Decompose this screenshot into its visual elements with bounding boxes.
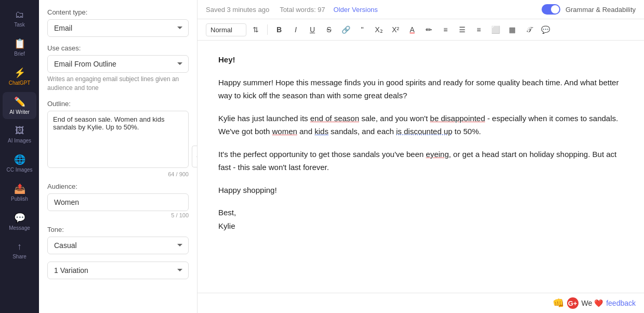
nav-item-brief[interactable]: 📋 Brief xyxy=(3,34,36,61)
underline-button[interactable]: U xyxy=(305,22,320,37)
format-select[interactable]: Normal Heading 1 Heading 2 xyxy=(206,23,246,36)
nav-label-ai-writer: AI Writer xyxy=(9,109,30,115)
para-2: Kylie has just launched its end of seaso… xyxy=(218,112,623,138)
audience-input[interactable] xyxy=(47,193,189,211)
nav-item-task[interactable]: 🗂 Task xyxy=(3,5,36,32)
highlight-button[interactable]: ✏ xyxy=(422,22,436,37)
topbar-right: Grammar & Readability xyxy=(542,4,636,15)
collapse-panel-button[interactable]: ‹ xyxy=(192,146,198,167)
bottom-bar: 👊 G+ We ❤️ feedback xyxy=(198,293,644,313)
subscript-button[interactable]: X₂ xyxy=(372,22,386,37)
feedback-text: We ❤️ xyxy=(582,299,603,307)
task-icon: 🗂 xyxy=(15,9,24,20)
chatgpt-icon: ⚡ xyxy=(14,67,25,79)
editor-toolbar: Normal Heading 1 Heading 2 ⇅ B I U S 🔗 "… xyxy=(198,19,644,41)
nav-item-message[interactable]: 💬 Message xyxy=(3,208,36,235)
brief-icon: 📋 xyxy=(14,38,25,49)
para-3: It's the perfect opportunity to get thos… xyxy=(218,148,623,174)
editor-content[interactable]: Hey! Happy summer! Hope this message fin… xyxy=(198,41,644,293)
settings-panel: Content type: Email Blog Post Social Med… xyxy=(39,0,198,313)
toolbar-divider-1 xyxy=(267,24,268,35)
nav-item-chatgpt[interactable]: ⚡ ChatGPT xyxy=(3,63,36,90)
ordered-list-button[interactable]: ≡ xyxy=(438,22,453,37)
toggle-knob xyxy=(551,5,559,14)
inline-is-discounted: is discounted up xyxy=(396,127,452,136)
audience-char-count: 5 / 100 xyxy=(47,212,189,218)
inline-eyeing: eyeing xyxy=(426,150,449,159)
bold-button[interactable]: B xyxy=(272,22,286,37)
nav-label-chatgpt: ChatGPT xyxy=(9,80,31,86)
inline-be-disappointed: be disappointed xyxy=(430,114,485,123)
variation-select[interactable]: 1 Variation 2 Variations 3 Variations xyxy=(47,262,189,279)
fist-emoji: 👊 xyxy=(553,297,564,309)
inline-end-of-season: end of season xyxy=(310,114,359,123)
nav-item-ai-writer[interactable]: ✏️ AI Writer xyxy=(3,92,36,119)
saved-status: Saved 3 minutes ago xyxy=(206,6,269,14)
superscript-button[interactable]: X² xyxy=(388,22,403,37)
inline-kids: kids xyxy=(314,127,328,136)
message-icon: 💬 xyxy=(14,212,25,224)
content-type-label: Content type: xyxy=(47,8,189,16)
use-cases-description: Writes an engaging email subject lines g… xyxy=(47,75,189,93)
g-plus-emoji: G+ xyxy=(567,297,579,309)
topbar-meta: Saved 3 minutes ago Total words: 97 xyxy=(206,6,325,14)
insert-table-button[interactable]: ▦ xyxy=(505,22,519,37)
nav-label-task: Task xyxy=(14,22,25,28)
clear-format-button[interactable]: 𝒯 xyxy=(521,22,536,37)
ai-images-icon: 🖼 xyxy=(15,125,24,136)
content-type-select[interactable]: Email Blog Post Social Media xyxy=(47,19,189,37)
grammar-label: Grammar & Readability xyxy=(566,6,636,14)
para-greeting: Hey! xyxy=(218,53,623,67)
font-color-button[interactable]: A xyxy=(405,22,419,37)
publish-icon: 📤 xyxy=(14,183,25,194)
older-versions-link[interactable]: Older Versions xyxy=(334,6,378,14)
nav-item-share[interactable]: ↑ Share xyxy=(3,237,36,264)
cc-images-icon: 🌐 xyxy=(14,154,25,165)
nav-label-cc-images: CC Images xyxy=(6,167,32,173)
para-1: Happy summer! Hope this message finds yo… xyxy=(218,76,623,102)
nav-item-cc-images[interactable]: 🌐 CC Images xyxy=(3,150,36,177)
nav-item-ai-images[interactable]: 🖼 AI Images xyxy=(3,121,36,148)
link-button[interactable]: 🔗 xyxy=(338,22,353,37)
audience-label: Audience: xyxy=(47,182,189,190)
use-cases-select[interactable]: Email From Outline Email Subject Lines xyxy=(47,55,189,73)
outline-label: Outline: xyxy=(47,100,189,108)
insert-image-button[interactable]: ⬜ xyxy=(488,22,503,37)
feedback-area: 👊 G+ We ❤️ feedback xyxy=(553,297,636,309)
use-cases-label: Use cases: xyxy=(47,44,189,52)
nav-label-ai-images: AI Images xyxy=(8,138,31,144)
editor-topbar: Saved 3 minutes ago Total words: 97 Olde… xyxy=(198,0,644,19)
strikethrough-button[interactable]: S xyxy=(322,22,336,37)
align-button[interactable]: ≡ xyxy=(471,22,486,37)
share-icon: ↑ xyxy=(17,241,22,252)
tone-select[interactable]: Casual Formal Friendly Professional xyxy=(47,237,189,254)
unordered-list-button[interactable]: ☰ xyxy=(455,22,469,37)
outline-char-count: 64 / 900 xyxy=(47,171,189,177)
nav-sidebar: 🗂 Task 📋 Brief ⚡ ChatGPT ✏️ AI Writer 🖼 … xyxy=(0,0,39,313)
tone-label: Tone: xyxy=(47,226,189,233)
grammar-toggle[interactable] xyxy=(542,4,560,15)
italic-button[interactable]: I xyxy=(288,22,303,37)
para-5: Best,Kylie xyxy=(218,206,623,232)
nav-label-share: Share xyxy=(12,254,27,259)
comment-button[interactable]: 💬 xyxy=(538,22,553,37)
para-4: Happy shopping! xyxy=(218,184,623,197)
editor-area: Saved 3 minutes ago Total words: 97 Olde… xyxy=(198,0,644,313)
nav-label-message: Message xyxy=(9,225,30,231)
quote-button[interactable]: " xyxy=(355,22,370,37)
ai-writer-icon: ✏️ xyxy=(14,96,25,108)
nav-item-publish[interactable]: 📤 Publish xyxy=(3,179,36,206)
word-count: Total words: 97 xyxy=(280,6,325,14)
outline-textarea[interactable]: End of season sale. Women and kids sanda… xyxy=(47,111,189,168)
nav-label-publish: Publish xyxy=(11,196,28,202)
feedback-link[interactable]: feedback xyxy=(606,299,636,307)
nav-label-brief: Brief xyxy=(14,51,25,57)
format-arrows-button[interactable]: ⇅ xyxy=(248,22,263,37)
inline-women: women xyxy=(272,127,297,136)
